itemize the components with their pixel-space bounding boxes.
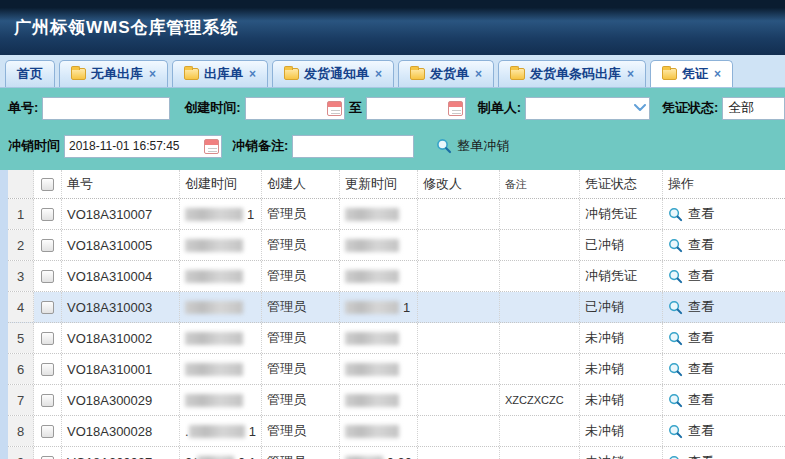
updated-time-cell xyxy=(340,230,418,260)
table-row[interactable]: 3 VO18A310004 管理员 冲销凭证 查看 xyxy=(8,261,785,292)
filter-row-2: 冲销时间 冲销备注: 整单冲销 xyxy=(8,133,785,159)
row-checkbox[interactable] xyxy=(41,456,54,459)
tab-首页[interactable]: 首页 xyxy=(5,60,55,87)
close-icon[interactable]: × xyxy=(627,67,634,81)
view-link[interactable]: 查看 xyxy=(668,422,714,440)
voucher-status-cell: 冲销凭证 xyxy=(580,261,663,291)
voucher-status-select[interactable]: 全部 xyxy=(722,97,785,120)
view-link-label: 查看 xyxy=(688,236,714,254)
voucher-status-cell: 未冲销 xyxy=(580,354,663,384)
order-no-cell: VO18A300029 xyxy=(62,385,180,415)
tab-发货单条码出库[interactable]: 发货单条码出库 × xyxy=(498,60,646,87)
row-checkbox[interactable] xyxy=(41,208,54,221)
table-row[interactable]: 5 VO18A310002 管理员 未冲销 查看 xyxy=(8,323,785,354)
order-no-input[interactable] xyxy=(42,97,170,120)
view-link[interactable]: 查看 xyxy=(668,267,714,285)
tab-label: 凭证 xyxy=(682,65,708,83)
calendar-icon[interactable] xyxy=(204,139,219,154)
maker-select[interactable] xyxy=(525,97,650,120)
remark-cell xyxy=(500,199,580,229)
tab-无单出库[interactable]: 无单出库 × xyxy=(59,60,168,87)
creator-cell: 管理员 xyxy=(262,230,340,260)
writeoff-time-input[interactable] xyxy=(64,135,222,158)
row-number: 2 xyxy=(8,230,34,260)
voucher-status-cell: 未冲销 xyxy=(580,385,663,415)
voucher-table: 单号 创建时间 创建人 更新时间 修改人 备注 凭证状态 操作 1 VO18A3… xyxy=(0,170,785,459)
filter-row-1: 单号: 创建时间: 至 制单人: 凭证状态: 全部 xyxy=(8,95,785,121)
table-row[interactable]: 6 VO18A310001 管理员 未冲销 查看 xyxy=(8,354,785,385)
view-link[interactable]: 查看 xyxy=(668,329,714,347)
close-icon[interactable]: × xyxy=(249,67,256,81)
table-row[interactable]: 1 VO18A310007 1 管理员 冲销凭证 查看 xyxy=(8,199,785,230)
calendar-icon[interactable] xyxy=(448,101,463,116)
view-link[interactable]: 查看 xyxy=(668,453,714,459)
magnifier-icon xyxy=(668,269,683,284)
voucher-status-label: 凭证状态: xyxy=(662,99,718,117)
view-link[interactable]: 查看 xyxy=(668,360,714,378)
created-time-cell: 2( 0.1 xyxy=(180,447,262,459)
close-icon[interactable]: × xyxy=(475,67,482,81)
writeoff-remark-input[interactable] xyxy=(292,135,414,158)
calendar-icon[interactable] xyxy=(327,101,342,116)
row-checkbox[interactable] xyxy=(41,332,54,345)
creator-cell: 管理员 xyxy=(262,385,340,415)
view-link[interactable]: 查看 xyxy=(668,391,714,409)
action-cell: 查看 xyxy=(663,261,785,291)
row-checkbox[interactable] xyxy=(41,425,54,438)
action-cell: 查看 xyxy=(663,447,785,459)
creator-cell: 管理员 xyxy=(262,199,340,229)
creator-cell: 管理员 xyxy=(262,416,340,446)
order-no-cell: VO18A310005 xyxy=(62,230,180,260)
writeoff-time-label: 冲销时间 xyxy=(8,137,60,155)
folder-icon xyxy=(662,68,677,80)
row-checkbox-cell xyxy=(34,447,62,459)
view-link[interactable]: 查看 xyxy=(668,236,714,254)
magnifier-icon xyxy=(668,300,683,315)
order-no-label: 单号: xyxy=(8,99,38,117)
app-title-bar: 广州标领WMS仓库管理系统 xyxy=(0,0,785,55)
redacted-created-time xyxy=(197,456,234,459)
table-row[interactable]: 4 VO18A310003 管理员 1 已冲销 查看 xyxy=(8,292,785,323)
view-link-label: 查看 xyxy=(688,298,714,316)
magnifier-icon xyxy=(436,138,452,154)
row-checkbox[interactable] xyxy=(41,394,54,407)
wms-app-window: 广州标领WMS仓库管理系统 首页 无单出库 × 出库单 × 发货通知单 × 发货… xyxy=(0,0,785,459)
tab-出库单[interactable]: 出库单 × xyxy=(172,60,268,87)
row-checkbox-cell xyxy=(34,385,62,415)
row-checkbox[interactable] xyxy=(41,270,54,283)
modifier-cell xyxy=(418,323,500,353)
redacted-created-time xyxy=(185,270,243,283)
tab-发货通知单[interactable]: 发货通知单 × xyxy=(272,60,394,87)
row-checkbox-cell xyxy=(34,292,62,322)
updated-time-cell xyxy=(340,416,418,446)
table-row[interactable]: 2 VO18A310005 管理员 已冲销 查看 xyxy=(8,230,785,261)
action-cell: 查看 xyxy=(663,385,785,415)
redacted-updated-time xyxy=(345,332,399,345)
maker-label: 制单人: xyxy=(478,99,521,117)
tab-发货单[interactable]: 发货单 × xyxy=(398,60,494,87)
folder-icon xyxy=(184,68,199,80)
close-icon[interactable]: × xyxy=(714,67,721,81)
created-time-to-field xyxy=(366,97,466,120)
table-row[interactable]: 7 VO18A300029 管理员 XZCZXCZC 未冲销 查看 xyxy=(8,385,785,416)
close-icon[interactable]: × xyxy=(375,67,382,81)
view-link-label: 查看 xyxy=(688,422,714,440)
voucher-status-cell: 已冲销 xyxy=(580,230,663,260)
tab-label: 发货通知单 xyxy=(304,65,369,83)
table-row[interactable]: 8 VO18A300028 . 1 管理员 未冲销 查看 xyxy=(8,416,785,447)
updated-time-cell xyxy=(340,385,418,415)
row-checkbox[interactable] xyxy=(41,363,54,376)
select-all-checkbox[interactable] xyxy=(41,178,54,191)
action-cell: 查看 xyxy=(663,354,785,384)
table-row[interactable]: 9 VO18A300027 2( 0.1 管理员 0.30 未冲销 查看 xyxy=(8,447,785,459)
writeoff-whole-order-button[interactable]: 整单冲销 xyxy=(436,137,509,155)
action-cell: 查看 xyxy=(663,199,785,229)
row-checkbox[interactable] xyxy=(41,301,54,314)
view-link[interactable]: 查看 xyxy=(668,298,714,316)
redacted-updated-time xyxy=(345,363,399,376)
view-link[interactable]: 查看 xyxy=(668,205,714,223)
redacted-updated-time xyxy=(345,301,399,314)
row-checkbox[interactable] xyxy=(41,239,54,252)
tab-凭证[interactable]: 凭证 × xyxy=(650,60,733,87)
close-icon[interactable]: × xyxy=(149,67,156,81)
